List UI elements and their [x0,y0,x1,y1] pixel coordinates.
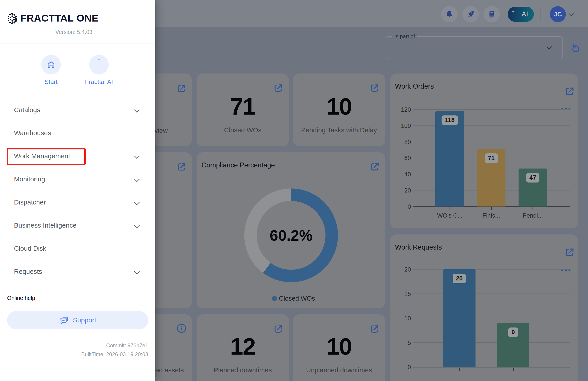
x-axis-line [413,367,570,367]
compliance-legend: Closed WOs [272,295,315,302]
unplanned-downtimes-value: 10 [293,333,385,360]
reset-filter-icon[interactable] [571,43,581,53]
y-axis-tick-label: 80 [390,139,411,146]
planned-downtimes-label: Planned downtimes [197,366,289,374]
x-axis-category-label: Pendi... [508,212,557,219]
open-in-new-icon[interactable] [273,83,284,93]
compliance-value: 60.2% [270,227,313,244]
y-axis-tick-label: 20 [390,187,411,194]
open-in-new-icon[interactable] [176,83,187,94]
shortcut-fracttal-ai[interactable]: Fracttal AI [81,55,117,86]
notes-icon [488,10,495,18]
closed-wos-card: 71 Closed WOs [197,73,289,146]
sidebar-item-business-intelligence[interactable]: Business Intelligence [0,218,155,232]
work-requests-card: Work Requests 05101520209 [390,234,578,381]
bar-value-label: 20 [453,274,466,283]
gridline [413,318,570,318]
rocket-icon [467,10,475,18]
open-in-new-icon[interactable] [369,161,380,172]
fracttal-ai-button[interactable]: ✦ AI [508,7,534,22]
brand-name: FRACTTAL ONE [21,12,99,24]
sidebar-item-label: Monitoring [14,175,45,183]
shortcut-fracttal-ai-label: Fracttal AI [81,78,117,86]
y-axis-tick-label: 20 [390,266,411,273]
bar-value-label: 71 [484,154,498,163]
highlight-box [7,148,86,165]
compliance-donut-chart: 60.2% [244,188,338,282]
fracttal-logo-icon [7,12,17,25]
chat-icon [59,315,69,325]
sidebar-item-dispatcher[interactable]: Dispatcher [0,195,155,209]
legend-label: Closed WOs [279,295,315,302]
is-part-of-select[interactable] [386,36,563,59]
sidebar-item-catalogs[interactable]: Catalogs [0,103,155,117]
x-axis-tick [513,368,514,371]
y-axis-tick-label: 15 [390,291,411,297]
open-in-new-icon[interactable] [369,324,380,334]
work-orders-card: Work Orders 020406080100120118WO's C...7… [390,73,578,228]
info-icon[interactable] [176,323,187,334]
planned-downtimes-value: 12 [197,333,289,360]
app-version: Version: 5.4.03 [56,29,93,35]
home-icon [46,60,56,69]
gridline [413,293,570,294]
commit-info: Commit: 976b7e1 [106,342,148,349]
x-axis-tick [491,207,492,210]
release-notes-button[interactable] [483,6,500,22]
partial-card-label: ed assets [155,366,184,374]
compliance-card: Compliance Percentage 60.2% Closed WOs [197,152,385,308]
online-help-label: Online help [7,295,35,301]
avatar-initials: JC [554,11,562,18]
shortcut-start-label: Start [33,78,69,86]
user-avatar[interactable]: JC [550,6,566,22]
closed-wos-label: Closed WOs [197,126,289,134]
y-axis-tick-label: 10 [390,315,411,322]
sidebar-drawer: FRACTTAL ONE Version: 5.4.03 Start Fract… [0,0,155,381]
app-window: ✦ AI JC Is part of view 71 Closed WOs [0,0,588,381]
chevron-down-icon [134,269,140,274]
account-chevron-down-icon[interactable] [568,11,574,16]
gridline [413,342,570,343]
chevron-down-icon [134,223,140,228]
open-in-new-icon[interactable] [176,162,187,172]
bar-value-label: 118 [441,115,458,125]
y-axis-tick-label: 0 [390,364,411,371]
unplanned-downtimes-label: Unplanned downtimes [293,366,385,374]
sidebar-item-label: Business Intelligence [14,222,77,229]
x-axis-tick [459,368,460,371]
bar-series-0 [443,269,476,367]
notifications-button[interactable] [441,6,458,22]
pending-tasks-label: Pending Tasks with Delay [293,126,385,134]
build-time-info: BuiltTime: 2026-03-19 20:03 [81,351,148,358]
legend-dot [272,296,277,301]
y-axis-tick-label: 100 [390,123,411,130]
chevron-down-icon [134,199,140,205]
sidebar-item-requests[interactable]: Requests [0,265,155,279]
ai-button-label: AI [522,10,528,18]
gridline [413,269,570,269]
topbar-divider [541,7,541,21]
sidebar-item-label: Cloud Disk [14,245,46,252]
support-button-label: Support [73,316,96,324]
y-axis-tick-label: 5 [390,339,411,346]
y-axis-tick-label: 40 [390,171,411,178]
y-axis-tick-label: 60 [390,155,411,162]
open-in-new-icon[interactable] [273,324,284,334]
sparkle-icon: ✦ [512,9,515,14]
whats-new-button[interactable] [462,6,479,22]
sparkle-icon [97,58,101,62]
partial-card-label: view [154,127,168,134]
bell-icon [445,10,453,18]
open-in-new-icon[interactable] [369,83,380,93]
sidebar-item-label: Dispatcher [14,199,46,206]
compliance-title: Compliance Percentage [201,161,275,169]
sidebar-item-warehouses[interactable]: Warehouses [0,126,155,140]
shortcut-start[interactable]: Start [33,55,69,86]
bar-wo-s-c- [435,111,464,206]
sidebar-item-monitoring[interactable]: Monitoring [0,172,155,186]
pending-tasks-card: 10 Pending Tasks with Delay [293,73,385,146]
support-button[interactable]: Support [7,311,148,329]
unplanned-downtimes-card: 10 Unplanned downtimes [293,314,385,381]
sidebar-item-cloud-disk[interactable]: Cloud Disk [0,241,155,256]
bar-value-label: 47 [526,173,539,182]
